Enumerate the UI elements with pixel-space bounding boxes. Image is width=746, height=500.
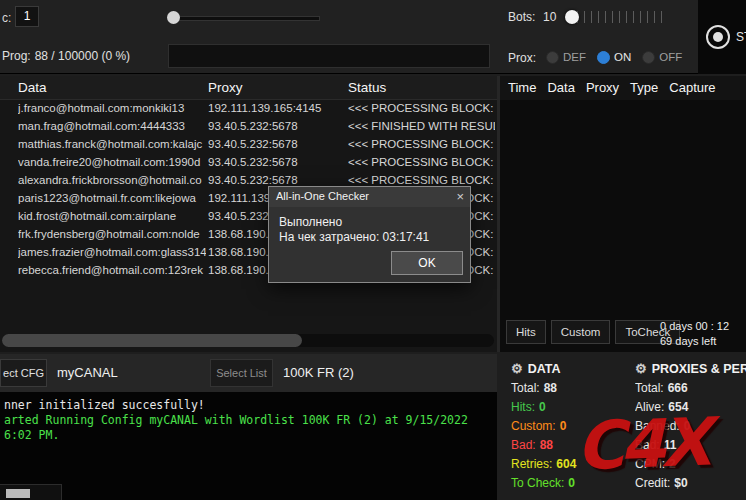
stat-label: Bad: [511,438,536,452]
select-config-button[interactable]: ect CFG [0,359,47,387]
progress-value: 88 / 100000 (0 %) [35,49,130,63]
cell-proxy: 93.40.5.232:5678 [208,120,346,132]
stat-label: Retries: [511,457,552,471]
progress-text: Prog:88 / 100000 (0 %) [2,49,130,63]
progress-label: Prog: [2,49,31,63]
stat-value: 604 [556,457,576,471]
stop-button[interactable]: STO [698,0,746,74]
log-area: nner initialized succesfully!arted Runni… [0,392,497,500]
config-bar: ect CFG myCANAL Select List 100K FR (2) [0,354,497,392]
stat-item: Total:666 [635,381,746,395]
column-header-status[interactable]: Status [348,80,386,95]
radio-label: ON [614,51,631,63]
slider-handle-icon[interactable] [167,11,180,24]
cell-data: paris1223@hotmail.fr.com:likejowa [18,192,206,204]
hits-tabs: HitsCustomToCheck [506,320,680,344]
scrollbar-thumb[interactable] [2,334,302,347]
elapsed-time: 0 days 00 : 12 [660,319,729,334]
cell-data: j.franco@hotmail.com:monkiki13 [18,102,206,114]
table-row[interactable]: matthias.franck@hotmail.com:kalajc93.40.… [0,136,497,154]
radio-label: DEF [563,51,586,63]
cell-status: <<< FINISHED WITH RESULT [348,120,495,132]
fragment-glyph [6,489,30,498]
wordlist-name: 100K FR (2) [283,365,354,380]
stat-label: Custom: [511,419,556,433]
data-stats-header: ⚙ DATA [511,361,631,376]
column-header-data[interactable]: Data [547,80,574,100]
stat-label: Total: [511,381,540,395]
column-header-data[interactable]: Data [18,80,47,95]
slider-ticks [570,11,668,23]
cell-status: <<< PROCESSING BLOCK: RE [348,156,495,168]
stat-value: 88 [540,438,553,452]
bots-value: 10 [543,10,556,24]
table-row[interactable]: man.frag@hotmail.com:444433393.40.5.232:… [0,118,497,136]
hits-panel: TimeDataProxyTypeCapture HitsCustomToChe… [500,76,746,352]
log-line: nner initialized succesfully! [4,398,497,413]
cell-status: <<< PROCESSING BLOCK: RE [348,138,495,150]
cell-data: frk.frydensberg@hotmail.com:nolde [18,228,206,240]
close-icon[interactable]: × [456,189,464,204]
cell-proxy: 93.40.5.232:5678 [208,138,346,150]
proxies-stats-title: PROXIES & PERF [652,362,746,376]
column-header-proxy[interactable]: Proxy [208,80,243,95]
progress-bar [168,44,490,68]
results-grid-header: DataProxyStatus [0,76,497,100]
bots-slider[interactable] [562,7,668,27]
stop-button-label: STO [736,30,746,44]
watermark-logo: C4X [575,404,708,485]
stat-value: 0 [568,476,575,490]
log-line: arted Running Config myCANAL with Wordli… [4,413,497,428]
dialog-titlebar[interactable]: All-in-One Checker × [269,187,470,207]
stat-value: 0 [560,419,567,433]
gear-icon: ⚙ [511,361,523,376]
tab-custom[interactable]: Custom [551,320,611,344]
cell-proxy: 192.111.139.165:4145 [208,102,346,114]
threads-slider[interactable] [168,11,320,25]
dialog-message-line1: Выполнено [279,215,342,229]
proxy-mode-def[interactable]: DEF [546,51,586,64]
cell-data: alexandra.frickbrorsson@hotmail.co [18,174,206,186]
radio-icon [546,51,559,64]
radio-icon [597,51,610,64]
radio-label: OFF [659,51,682,63]
dialog-message-line2: На чек затрачено: 03:17:41 [279,230,429,244]
cell-proxy: 93.40.5.232:5678 [208,156,346,168]
cell-status: <<< PROCESSING BLOCK: RE [348,174,495,186]
stat-value: 666 [668,381,688,395]
stat-label: Hits: [511,400,535,414]
cell-proxy: 93.40.5.232:5678 [208,174,346,186]
cell-data: kid.frost@hotmail.com:airplane [18,210,206,222]
table-row[interactable]: j.franco@hotmail.com:monkiki13192.111.13… [0,100,497,118]
message-dialog: All-in-One Checker × Выполнено На чек за… [268,186,471,283]
proc-input[interactable]: 1 [15,6,39,27]
ok-button[interactable]: OK [391,251,463,275]
horizontal-scrollbar[interactable] [2,334,494,347]
column-header-time[interactable]: Time [508,80,536,100]
proc-label: c: [2,11,11,25]
column-header-type[interactable]: Type [630,80,658,100]
proxy-mode-off[interactable]: OFF [642,51,682,64]
data-stats-title: DATA [528,362,561,376]
select-list-button[interactable]: Select List [210,359,273,387]
stat-item: Total:88 [511,381,631,395]
column-header-capture[interactable]: Capture [669,80,715,100]
config-name: myCANAL [57,365,118,380]
runtime-info: 0 days 00 : 12 69 days left [660,319,729,349]
stat-value: 88 [544,381,557,395]
proxy-mode-on[interactable]: ON [597,51,631,64]
tab-hits[interactable]: Hits [506,320,546,344]
bots-slider-handle[interactable] [565,10,579,24]
hits-grid-header: TimeDataProxyTypeCapture [500,76,746,100]
cell-data: james.frazier@hotmail.com:glass314 [18,246,206,258]
gear-icon: ⚙ [635,361,647,376]
column-header-proxy[interactable]: Proxy [586,80,619,100]
cell-data: matthias.franck@hotmail.com:kalajc [18,138,206,150]
remaining-time: 69 days left [660,334,729,349]
stop-icon [706,25,730,49]
dialog-title: All-in-One Checker [276,190,369,202]
table-row[interactable]: vanda.freire20@hotmail.com:1990d93.40.5.… [0,154,497,172]
cell-status: <<< PROCESSING BLOCK: RE [348,102,495,114]
stat-label: To Check: [511,476,564,490]
cell-data: man.frag@hotmail.com:4444333 [18,120,206,132]
